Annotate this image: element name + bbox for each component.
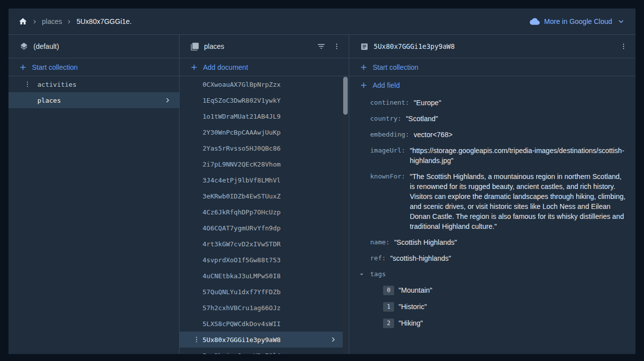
plus-icon — [190, 63, 199, 72]
breadcrumb-collection[interactable]: places — [42, 17, 62, 25]
kebab-menu-icon[interactable] — [23, 80, 37, 88]
collection-item-places[interactable]: places — [8, 92, 179, 108]
document-id: 5gm3bwiuw2ormHDv7Ql4 — [203, 352, 281, 355]
document-list-item[interactable]: 57h2cxhVBCru1ag66OJz — [180, 300, 343, 316]
document-id: 4Cz6JkRfqhDPp7OHcUzp — [203, 208, 281, 216]
database-title: (default) — [33, 42, 59, 50]
document-list-item[interactable]: 1o1tWDraMUat21AB4JL9 — [180, 108, 343, 124]
database-icon — [19, 42, 28, 51]
document-list-item[interactable]: 2Yas5rRvsso5HJ0QBc86 — [180, 140, 343, 156]
document-list-item[interactable]: 5LXS8cPQWCdkDov4sWII — [180, 316, 343, 332]
add-document-button[interactable]: Add document — [180, 58, 349, 76]
tags-array-items: 0"Mountain"1"Historic"2"Hiking" — [349, 285, 628, 328]
document-list-item[interactable]: 3eKRwb0IDZb4EwSTUuxZ — [180, 188, 343, 204]
field-country[interactable]: country:"Scotland" — [349, 114, 628, 124]
scrollbar-thumb[interactable] — [343, 77, 348, 115]
chevron-right-icon — [329, 335, 338, 344]
document-panel-header: 5Ux80x7GGGi1e3py9aW8 — [349, 35, 636, 58]
firestore-console: places 5Ux80x7GGGi1e. More in Google Clo… — [8, 8, 636, 354]
field-value: vector<768> — [414, 130, 452, 140]
document-list-item[interactable]: 57QuQNLYu1dxf7YfFDZb — [180, 284, 343, 300]
field-name: embedding: — [370, 130, 409, 140]
field-imageUrl[interactable]: imageUrl:"https://storage.googleapis.com… — [349, 146, 628, 166]
field-name: name: — [370, 237, 390, 247]
field-list: continent:"Europe"country:"Scotland"embe… — [349, 98, 628, 263]
document-list-item[interactable]: 4uCNEtbkaJ3uLMPwS0I8 — [180, 268, 343, 284]
document-list-item[interactable]: 1EqSZoC3DwR802V1ywkY — [180, 92, 343, 108]
document-list: 0CXwoauAX7GlBpNrpZzx1EqSZoC3DwR802V1ywkY… — [180, 76, 343, 354]
document-list-item[interactable]: 5gm3bwiuw2ormHDv7Ql4 — [180, 348, 343, 354]
field-ref[interactable]: ref:"scottish-highlands" — [349, 253, 628, 263]
document-id: 4uCNEtbkaJ3uLMPwS0I8 — [203, 272, 281, 280]
start-collection-label: Start collection — [373, 63, 419, 71]
document-id: 57QuQNLYu1dxf7YfFDZb — [203, 288, 281, 296]
kebab-menu-icon[interactable] — [619, 41, 629, 51]
tag-array-item[interactable]: 2"Hiking" — [349, 318, 628, 328]
add-field-button[interactable]: Add field — [349, 76, 636, 94]
field-value: "scottish-highlands" — [390, 253, 451, 263]
plus-icon — [359, 81, 368, 90]
field-name[interactable]: name:"Scottish Highlands" — [349, 237, 628, 247]
start-collection-button[interactable]: Start collection — [8, 58, 179, 76]
document-list-item[interactable]: 0CXwoauAX7GlBpNrpZzx — [180, 76, 343, 92]
field-name: tags — [370, 269, 386, 279]
collection-panel-header: places — [180, 35, 349, 58]
field-continent[interactable]: continent:"Europe" — [349, 98, 628, 108]
document-id: 4svprdXoO1f5Gw88t753 — [203, 256, 281, 264]
expander-triangle-icon[interactable] — [357, 270, 366, 278]
array-item-value: "Hiking" — [399, 318, 423, 328]
add-field-label: Add field — [373, 81, 400, 89]
field-list-container: continent:"Europe"country:"Scotland"embe… — [349, 94, 636, 335]
document-panel: 5Ux80x7GGGi1e3py9aW8 Start collection Ad… — [349, 35, 636, 354]
collection-panel: places Add document 0CXwoauAX7GlBpNrpZzx… — [180, 35, 349, 354]
collection-icon — [191, 42, 199, 51]
kebab-menu-icon[interactable] — [332, 41, 342, 51]
tag-array-item[interactable]: 0"Mountain" — [349, 285, 628, 295]
chevron-down-icon — [617, 17, 626, 26]
filter-icon[interactable] — [316, 41, 327, 52]
document-id: 3J4c4etPj9lbVf8LMhVl — [203, 177, 281, 184]
document-list-item[interactable]: 4svprdXoO1f5Gw88t753 — [180, 252, 343, 268]
field-tags[interactable]: tags — [349, 269, 628, 279]
document-id: 1EqSZoC3DwR802V1ywkY — [203, 97, 281, 104]
document-id: 5LXS8cPQWCdkDov4sWII — [203, 320, 281, 328]
collection-item-activities[interactable]: activities — [8, 76, 179, 92]
field-value: "Scotland" — [406, 114, 438, 124]
kebab-menu-icon[interactable] — [193, 336, 203, 344]
start-collection-button[interactable]: Start collection — [349, 58, 636, 76]
field-name: ref: — [370, 253, 386, 263]
field-name: continent: — [370, 98, 409, 108]
document-list-item[interactable]: 2Y30WnPcBpCAAAwjUuKp — [180, 124, 343, 140]
document-id: 57h2cxhVBCru1ag66OJz — [203, 304, 281, 312]
breadcrumb-bar: places 5Ux80x7GGGi1e. More in Google Clo… — [8, 8, 636, 35]
field-value: "Scottish Highlands" — [394, 237, 457, 247]
document-id: 2i7pL9NNV2QEcK28Vhom — [203, 161, 281, 168]
more-in-google-cloud-button[interactable]: More in Google Cloud — [530, 16, 626, 26]
document-list-item[interactable]: 5Ux80x7GGGi1e3py9aW8 — [180, 332, 343, 348]
chevron-right-icon — [65, 18, 73, 25]
document-list-item[interactable]: 4Cz6JkRfqhDPp7OHcUzp — [180, 204, 343, 220]
scrollbar-track[interactable] — [343, 76, 348, 354]
document-list-item[interactable]: 4O6CQAT7ygmURvYfn9dp — [180, 220, 343, 236]
document-list-item[interactable]: 4rt3kGW7cvD2xIVwSTDR — [180, 236, 343, 252]
array-index-badge: 0 — [383, 286, 394, 295]
collection-tree: activities places — [8, 76, 179, 108]
tag-array-item[interactable]: 1"Historic" — [349, 302, 628, 312]
plus-icon — [359, 63, 368, 72]
document-id: 3eKRwb0IDZb4EwSTUuxZ — [203, 192, 281, 200]
document-list-item[interactable]: 2i7pL9NNV2QEcK28Vhom — [180, 156, 343, 172]
field-knownFor[interactable]: knownFor:"The Scottish Highlands, a moun… — [349, 172, 628, 231]
array-item-value: "Historic" — [399, 302, 427, 312]
collection-name: places — [37, 97, 61, 104]
document-id: 4rt3kGW7cvD2xIVwSTDR — [203, 240, 281, 248]
document-id: 5Ux80x7GGGi1e3py9aW8 — [203, 336, 281, 344]
home-icon[interactable] — [18, 17, 27, 26]
collection-name: activities — [37, 81, 76, 88]
document-list-item[interactable]: 3J4c4etPj9lbVf8LMhVl — [180, 172, 343, 188]
firestore-panels: (default) Start collection activities — [8, 35, 636, 354]
cloud-icon — [530, 16, 540, 26]
document-id: 0CXwoauAX7GlBpNrpZzx — [203, 81, 281, 88]
field-embedding[interactable]: embedding:vector<768> — [349, 130, 628, 140]
document-list-container: 0CXwoauAX7GlBpNrpZzx1EqSZoC3DwR802V1ywkY… — [180, 76, 349, 354]
array-index-badge: 2 — [383, 319, 394, 328]
